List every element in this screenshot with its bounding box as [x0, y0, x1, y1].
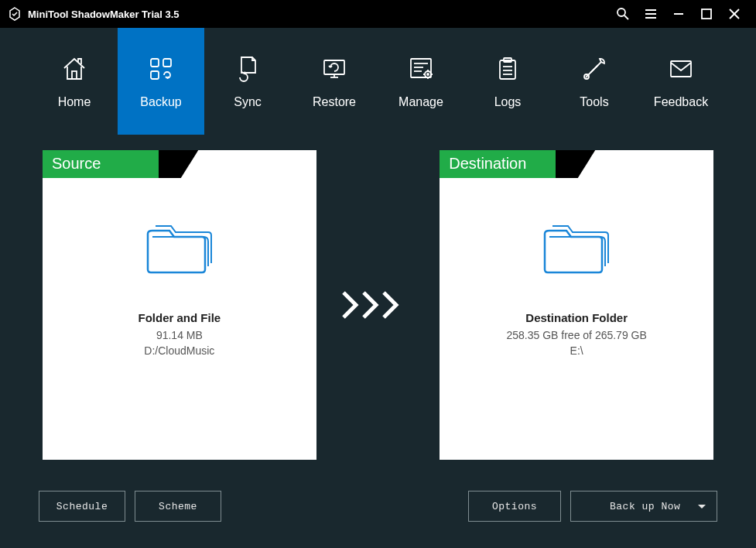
- svg-rect-6: [702, 9, 711, 19]
- svg-rect-13: [324, 60, 344, 74]
- destination-header: Destination: [440, 150, 713, 178]
- source-size: 91.14 MB: [156, 329, 203, 341]
- svg-rect-11: [163, 59, 171, 67]
- sync-icon: [232, 53, 263, 84]
- nav-tools[interactable]: Tools: [551, 28, 638, 135]
- nav-sync[interactable]: Sync: [204, 28, 291, 135]
- backup-now-button[interactable]: Back up Now: [570, 491, 717, 522]
- nav-logs[interactable]: Logs: [464, 28, 551, 135]
- nav-label: Tools: [580, 95, 608, 109]
- home-icon: [59, 53, 90, 84]
- nav-label: Logs: [494, 95, 522, 109]
- schedule-button[interactable]: Schedule: [39, 491, 125, 522]
- scheme-button[interactable]: Scheme: [135, 491, 221, 522]
- feedback-icon: [665, 53, 696, 84]
- scheme-label: Scheme: [159, 501, 197, 512]
- svg-rect-26: [500, 60, 515, 79]
- tools-icon: [579, 53, 610, 84]
- manage-icon: [405, 53, 436, 84]
- close-icon[interactable]: [720, 2, 748, 26]
- nav-feedback[interactable]: Feedback: [638, 28, 724, 135]
- nav-backup[interactable]: Backup: [118, 28, 204, 135]
- backup-icon: [145, 53, 176, 84]
- bottom-bar: Schedule Scheme Options Back up Now: [0, 475, 756, 537]
- source-title: Folder and File: [139, 311, 221, 324]
- destination-header-label: Destination: [440, 150, 556, 178]
- destination-path: E:\: [570, 344, 583, 357]
- source-header-label: Source: [43, 150, 159, 178]
- schedule-label: Schedule: [56, 501, 108, 512]
- content-area: Source Folder and File 91.14 MB D:/Cloud…: [0, 135, 756, 475]
- restore-icon: [319, 53, 350, 84]
- arrow-icon: [332, 288, 425, 322]
- main-nav: Home Backup Sync: [0, 28, 756, 135]
- backup-now-label: Back up Now: [610, 501, 680, 512]
- svg-line-1: [624, 15, 628, 19]
- svg-rect-10: [151, 59, 159, 67]
- destination-free: 258.35 GB free of 265.79 GB: [506, 329, 646, 341]
- nav-label: Backup: [140, 95, 181, 109]
- app-title: MiniTool ShadowMaker Trial 3.5: [28, 9, 609, 20]
- logs-icon: [492, 53, 523, 84]
- folder-icon: [143, 218, 216, 280]
- source-header: Source: [43, 150, 316, 178]
- nav-label: Sync: [234, 95, 262, 109]
- svg-rect-12: [151, 71, 159, 79]
- options-label: Options: [492, 501, 537, 512]
- svg-rect-9: [72, 71, 77, 79]
- nav-label: Home: [58, 95, 91, 109]
- folder-icon: [540, 218, 613, 280]
- search-icon[interactable]: [609, 2, 637, 26]
- destination-title: Destination Folder: [525, 311, 628, 324]
- app-logo-icon: [8, 7, 22, 21]
- svg-point-0: [617, 9, 625, 16]
- chevron-down-icon: [698, 505, 706, 509]
- window-controls: [609, 2, 748, 26]
- maximize-icon[interactable]: [693, 2, 720, 26]
- source-card[interactable]: Source Folder and File 91.14 MB D:/Cloud…: [43, 150, 316, 460]
- source-path: D:/CloudMusic: [144, 344, 214, 357]
- destination-card[interactable]: Destination Destination Folder 258.35 GB…: [440, 150, 713, 460]
- nav-home[interactable]: Home: [31, 28, 118, 135]
- minimize-icon[interactable]: [665, 2, 693, 26]
- menu-icon[interactable]: [637, 2, 665, 26]
- options-button[interactable]: Options: [468, 491, 561, 522]
- nav-restore[interactable]: Restore: [291, 28, 378, 135]
- titlebar: MiniTool ShadowMaker Trial 3.5: [0, 0, 756, 28]
- nav-label: Feedback: [654, 95, 708, 109]
- svg-rect-32: [671, 61, 691, 77]
- nav-label: Manage: [399, 95, 443, 109]
- nav-manage[interactable]: Manage: [378, 28, 464, 135]
- svg-point-21: [427, 74, 429, 75]
- nav-label: Restore: [313, 95, 356, 109]
